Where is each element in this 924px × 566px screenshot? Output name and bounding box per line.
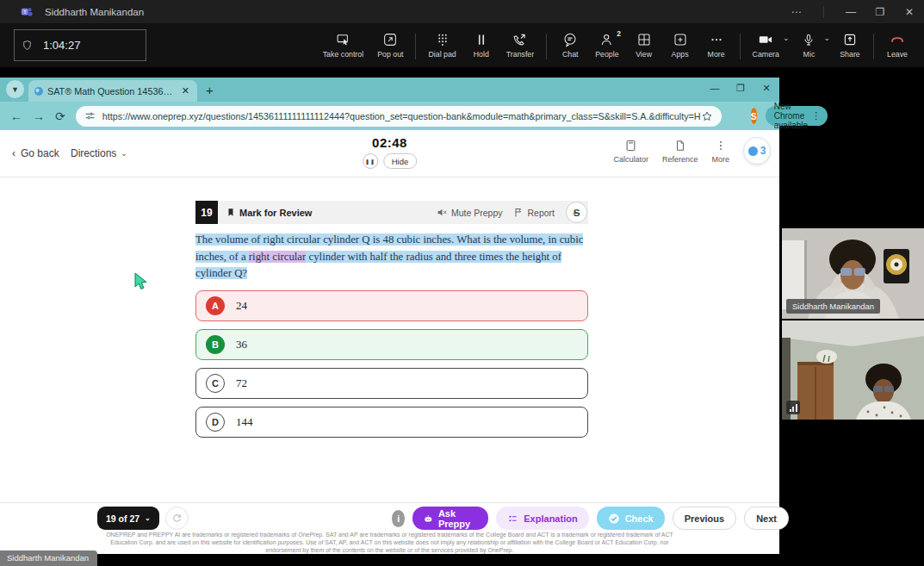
people-button[interactable]: 2 People [588, 28, 625, 62]
reference-button[interactable]: Reference [662, 139, 698, 164]
question-panel: 19 Mark for Review Mute [195, 201, 588, 438]
window-minimize-button[interactable]: — [836, 0, 865, 23]
window-restore-button[interactable]: ❐ [865, 0, 895, 23]
hold-button[interactable]: Hold [463, 28, 499, 62]
url-text: https://www.oneprep.xyz/questions/145361… [102, 111, 701, 121]
question-pager-dropdown[interactable]: 19 of 27 ⌄ [97, 507, 159, 530]
coin-icon [748, 146, 758, 156]
oneprep-page: ‹ Go back Directions ⌄ 02:48 ❚❚ Hide [0, 130, 779, 554]
hide-timer-button[interactable]: Hide [383, 153, 418, 169]
choice-a[interactable]: A 24 [195, 290, 588, 321]
back-icon[interactable]: ← [10, 109, 22, 123]
check-button[interactable]: Check [597, 507, 665, 530]
highlighted-phrase: right circular [249, 251, 306, 263]
pop-out-button[interactable]: Pop out [370, 28, 410, 62]
next-button[interactable]: Next [744, 507, 789, 530]
address-bar[interactable]: https://www.oneprep.xyz/questions/145361… [76, 106, 722, 127]
flag-icon [513, 207, 524, 218]
window-close-button[interactable]: ✕ [895, 0, 924, 23]
bookmark-icon [226, 207, 235, 218]
participant-name-label: Siddharth Manikandan [786, 299, 880, 314]
divider [546, 34, 547, 59]
site-settings-icon[interactable] [84, 110, 96, 121]
svg-text:T: T [23, 9, 27, 15]
divider [873, 34, 874, 59]
question-footer-bar: 19 of 27 ⌄ i [0, 502, 779, 531]
question-timer: 02:48 [363, 135, 418, 150]
teams-app-icon: T [21, 6, 33, 18]
divider [415, 34, 416, 59]
explanation-button[interactable]: Explanation [496, 507, 588, 530]
chrome-window: ▼ SAT® Math Question 14536111 ✕ + — ❐ ✕ … [0, 78, 779, 554]
more-button[interactable]: More [698, 28, 735, 62]
take-control-button[interactable]: Take control [316, 28, 370, 62]
apps-plus-icon [673, 32, 688, 47]
mute-preppy-button[interactable]: Mute Preppy [437, 207, 503, 218]
reference-doc-icon [674, 139, 686, 152]
check-circle-icon [608, 513, 620, 525]
question-number: 19 [195, 201, 218, 224]
choice-c[interactable]: C 72 [195, 368, 588, 399]
camera-dropdown-chevron[interactable]: ⌄ [783, 34, 790, 42]
share-button[interactable]: Share [832, 28, 868, 62]
camera-button[interactable]: Camera [746, 28, 786, 62]
choice-d-bubble: D [206, 413, 225, 432]
choice-d[interactable]: D 144 [195, 407, 588, 438]
apps-button[interactable]: Apps [662, 28, 698, 62]
answer-choices: A 24 B 36 C 72 D 144 [195, 290, 588, 438]
mic-icon [802, 32, 815, 47]
choice-b[interactable]: B 36 [195, 329, 588, 360]
tab-close-icon[interactable]: ✕ [179, 85, 192, 96]
tab-search-button[interactable]: ▼ [6, 80, 24, 98]
participant-video-2[interactable] [782, 320, 924, 420]
mic-button[interactable]: Mic [791, 28, 827, 62]
connection-signal-icon [786, 401, 800, 414]
pause-timer-button[interactable]: ❚❚ [363, 153, 378, 169]
preppy-robot-icon [424, 513, 433, 524]
report-button[interactable]: Report [513, 207, 555, 218]
back-chevron-icon: ‹ [12, 147, 16, 159]
coin-counter-badge[interactable]: 3 [743, 137, 771, 165]
browser-close-button[interactable]: ✕ [753, 78, 779, 98]
view-button[interactable]: View [626, 28, 662, 62]
previous-button[interactable]: Previous [673, 507, 736, 530]
mark-for-review-button[interactable]: Mark for Review [226, 207, 312, 218]
choice-c-bubble: C [206, 374, 225, 393]
go-back-button[interactable]: ‹ Go back [12, 147, 59, 159]
view-grid-icon [636, 32, 652, 47]
transfer-button[interactable]: Transfer [499, 28, 541, 62]
meeting-timer: 1:04:27 [43, 39, 80, 52]
chat-button[interactable]: Chat [552, 28, 588, 62]
pop-out-icon [382, 32, 398, 47]
leave-button[interactable]: Leave [879, 28, 915, 62]
answer-eliminator-button[interactable]: S [566, 202, 587, 223]
directions-dropdown[interactable]: Directions ⌄ [71, 147, 127, 159]
dial-pad-button[interactable]: Dial pad [421, 28, 462, 62]
choice-b-bubble: B [206, 335, 225, 354]
browser-tab[interactable]: SAT® Math Question 14536111 ✕ [28, 80, 197, 102]
window-more-icon[interactable]: ⋯ [782, 0, 811, 23]
divider [740, 34, 741, 59]
choice-a-bubble: A [206, 296, 225, 315]
chrome-update-chip[interactable]: New Chrome available ⋮ [766, 106, 828, 126]
chrome-menu-icon[interactable]: ⋮ [808, 110, 824, 121]
ask-preppy-button[interactable]: Ask Preppy [412, 507, 488, 530]
window-title: Siddharth Manikandan [45, 7, 144, 17]
calculator-icon [624, 139, 637, 152]
forward-icon[interactable]: → [33, 109, 45, 123]
info-button[interactable]: i [392, 510, 405, 527]
more-tools-button[interactable]: More [711, 139, 729, 164]
bookmark-star-icon[interactable] [701, 110, 713, 122]
calculator-button[interactable]: Calculator [613, 139, 648, 164]
question-toolbar: 19 Mark for Review Mute [195, 201, 588, 224]
mic-dropdown-chevron[interactable]: ⌄ [823, 34, 830, 42]
browser-minimize-button[interactable]: — [702, 78, 728, 98]
teams-titlebar: T Siddharth Manikandan ⋯ — ❐ ✕ [0, 0, 924, 23]
profile-avatar[interactable]: S [751, 108, 757, 124]
new-tab-button[interactable]: + [206, 83, 214, 97]
hold-icon [474, 32, 489, 47]
shuffle-button[interactable] [165, 507, 189, 530]
participant-video-1[interactable]: Siddharth Manikandan [782, 228, 924, 319]
reload-icon[interactable]: ⟳ [55, 109, 65, 123]
browser-restore-button[interactable]: ❐ [728, 78, 753, 98]
